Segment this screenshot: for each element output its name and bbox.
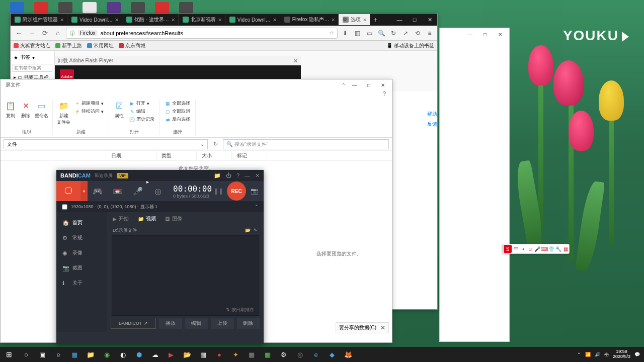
close-icon[interactable]: ✕	[331, 17, 336, 22]
col-tag[interactable]: 标记	[232, 151, 267, 160]
taskbar-app[interactable]: ▦	[244, 347, 260, 362]
upload-button[interactable]: 上传	[211, 318, 234, 329]
delete-button[interactable]: 删除	[237, 318, 260, 329]
search-button[interactable]: ○	[18, 347, 34, 362]
tray-ime-icon[interactable]: ㊥	[604, 351, 609, 358]
copy-button[interactable]: 📋复制	[5, 100, 17, 119]
ime-skin-icon[interactable]: 👕	[548, 245, 555, 252]
maximize-button[interactable]: □	[407, 14, 422, 25]
mobile-bookmarks[interactable]: 📱移动设备上的书签	[386, 42, 434, 49]
tab-video-downloader-2[interactable]: Video Downl…✕	[225, 14, 280, 25]
search-icon[interactable]: 🔍	[377, 29, 386, 38]
file-list[interactable]: ⇅ 按日期排序	[112, 235, 259, 316]
desktop-icon[interactable]	[10, 2, 24, 13]
refresh-button[interactable]: ↻	[211, 141, 220, 147]
taskbar-app[interactable]: ✦	[227, 347, 244, 362]
bookmark-star-icon[interactable]: ☆	[329, 30, 334, 36]
menu-button[interactable]: ≡	[425, 29, 434, 38]
bandicam-titlebar[interactable]: BANDICAM 班迪录屏 VIP 📁 ⏻ ? — ✕	[56, 170, 264, 181]
close-icon[interactable]: ✕	[171, 17, 176, 22]
close-icon[interactable]: ✕	[380, 324, 385, 331]
feedback-link[interactable]: 反馈	[427, 120, 437, 129]
select-none-button[interactable]: ▢全部取消	[164, 108, 191, 115]
close-icon[interactable]: ✕	[363, 17, 368, 22]
tray-volume-icon[interactable]: 🔊	[595, 352, 600, 357]
taskbar-app-ie[interactable]: e	[308, 347, 324, 362]
reload-button[interactable]: ⟳	[40, 28, 50, 38]
bookmark-item[interactable]: 火狐官方站点	[14, 42, 50, 49]
mic-button[interactable]: 🎤▸	[128, 181, 148, 201]
start-button[interactable]: ⊞	[0, 347, 18, 362]
taskbar-app-edge[interactable]: e	[50, 347, 66, 362]
forward-button[interactable]: →	[27, 28, 37, 38]
minimize-button[interactable]: —	[245, 172, 250, 179]
tab-beijing[interactable]: 北京新视听✕	[179, 14, 225, 25]
desktop-icon[interactable]	[131, 2, 145, 13]
chevron-up-icon[interactable]: ⌃	[255, 204, 259, 209]
ime-menu-icon[interactable]: ▦	[562, 245, 569, 252]
taskbar-app[interactable]: ▦	[260, 347, 276, 362]
refresh-icon[interactable]: ⟲	[413, 29, 422, 38]
close-button[interactable]: ✕	[376, 80, 390, 89]
resolution-bar[interactable]: 1920x1080 - (0, 0), (1920, 1080) - 显示器 1…	[56, 201, 264, 212]
desktop-icon[interactable]	[107, 2, 121, 13]
desktop-icon[interactable]	[34, 2, 48, 13]
folder-icon[interactable]: 📁	[214, 172, 221, 179]
history-button[interactable]: 🕘历史记录	[128, 116, 155, 123]
taskbar-app[interactable]: ▶	[163, 347, 179, 362]
close-button[interactable]: ✕	[422, 14, 437, 25]
nav-about[interactable]: ℹ关于	[56, 276, 107, 291]
ribbon-collapse-icon[interactable]: ^	[343, 82, 345, 87]
edit-path-icon[interactable]: ✎	[254, 228, 258, 233]
screenshot-button[interactable]: 📷	[248, 188, 260, 195]
bookmark-item[interactable]: 常用网址	[87, 42, 114, 49]
taskbar-app-bandicam[interactable]: ●	[211, 347, 227, 362]
library-icon[interactable]: ▥	[353, 29, 362, 38]
ime-tool-icon[interactable]: 🔧	[555, 245, 562, 252]
open-button[interactable]: ▶打开 ▾	[128, 100, 155, 107]
taskbar-app-calculator[interactable]: ▦	[195, 347, 211, 362]
nav-home[interactable]: 🏠首页	[56, 215, 107, 230]
taskbar-app[interactable]: ◆	[324, 347, 340, 362]
bookmark-item[interactable]: 新手上路	[55, 42, 82, 49]
sync-icon[interactable]: ↻	[389, 29, 398, 38]
maximize-button[interactable]: □	[362, 80, 376, 89]
properties-button[interactable]: ☑属性	[113, 100, 125, 119]
minimize-button[interactable]: —	[392, 14, 407, 25]
notifications-button[interactable]: 💬	[634, 352, 640, 357]
desktop-icon[interactable]	[179, 2, 193, 13]
ime-punct-icon[interactable]: •	[520, 245, 527, 252]
close-button[interactable]: ✕	[493, 30, 507, 39]
tab-video[interactable]: 📁视频	[138, 215, 156, 222]
sogou-ime-toolbar[interactable]: S 中 • ☺ 🎤 ⌨ 👕 🔧 ▦	[502, 244, 570, 254]
col-type[interactable]: 类型	[156, 151, 197, 160]
close-icon[interactable]: ✕	[115, 17, 120, 22]
url-bar[interactable]: 🛈 Firefox about:preferences#searchResult…	[66, 28, 338, 39]
maximize-button[interactable]: □	[478, 30, 492, 39]
taskbar-app-explorer[interactable]: 📁	[83, 347, 99, 362]
tray-chevron-icon[interactable]: ⌃	[577, 352, 581, 357]
easy-access-button[interactable]: ⚡轻松访问 ▾	[73, 108, 105, 115]
desktop-icon[interactable]	[58, 2, 72, 13]
col-size[interactable]: 大小	[197, 151, 232, 160]
share-icon[interactable]: ↗	[401, 29, 410, 38]
tray-network-icon[interactable]: 📶	[585, 352, 591, 357]
explorer-search-input[interactable]: 🔍 搜索"录屏文件"	[223, 139, 389, 149]
taskbar-app-settings[interactable]: ⚙	[276, 347, 292, 362]
chevron-down-icon[interactable]: ⌄	[200, 141, 204, 147]
game-mode-button[interactable]: 🎮	[88, 181, 108, 201]
close-button[interactable]: ✕	[255, 172, 260, 179]
rename-button[interactable]: ▭重命名	[35, 100, 48, 119]
ime-voice-icon[interactable]: 🎤	[534, 245, 541, 252]
pause-button[interactable]: ❚❚	[212, 188, 225, 195]
help-icon[interactable]: ?	[383, 90, 386, 98]
taskbar-app-firefox[interactable]: 🦊	[340, 347, 356, 362]
bookmark-item[interactable]: 京东商城	[119, 42, 145, 49]
play-button[interactable]: 播放	[159, 318, 182, 329]
nav-screenshot[interactable]: 📷截图	[56, 260, 107, 276]
taskbar-clock[interactable]: 19:59 2020/5/3	[613, 349, 630, 359]
sort-label[interactable]: ⇅ 按日期排序	[226, 307, 254, 313]
device-mode-button[interactable]: 📼	[108, 181, 128, 201]
taskbar-app[interactable]: ◎	[292, 347, 308, 362]
help-link[interactable]: 帮助	[427, 110, 437, 119]
